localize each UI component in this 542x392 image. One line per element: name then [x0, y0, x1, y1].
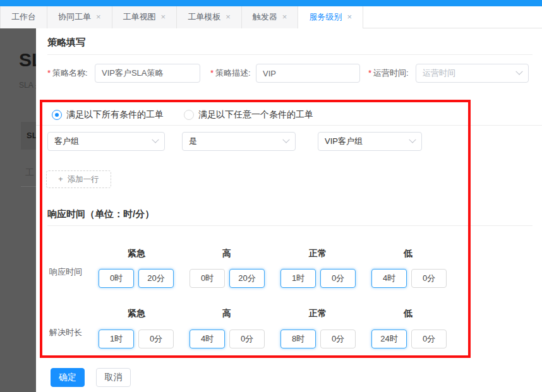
- chevron-down-icon: [152, 136, 159, 143]
- response-high-min-input[interactable]: [229, 269, 265, 288]
- divider: [36, 125, 542, 126]
- response-normal-hour-input[interactable]: [280, 269, 316, 288]
- radio-any-condition[interactable]: [184, 110, 194, 120]
- resolve-urgent-hour-input[interactable]: [99, 330, 134, 348]
- divider: [47, 54, 533, 55]
- divider: [47, 225, 533, 226]
- tab-workbench[interactable]: 工作台: [0, 6, 47, 28]
- priority-header-normal: 正常: [292, 248, 343, 259]
- resolve-low-hour-input[interactable]: [371, 330, 407, 348]
- close-icon[interactable]: ×: [226, 12, 231, 21]
- tab-label: 工单模板: [188, 12, 220, 21]
- response-low-hour-input[interactable]: [371, 269, 407, 288]
- operating-time-select[interactable]: 运营时间: [416, 64, 529, 83]
- response-low-min-input[interactable]: [411, 269, 447, 288]
- add-row-label: 添加一行: [68, 174, 99, 185]
- background-page-title: SL: [19, 49, 36, 71]
- response-time-row-label: 响应时间: [49, 266, 82, 278]
- response-normal-min-input[interactable]: [320, 269, 356, 288]
- priority-header-high: 高: [202, 248, 252, 259]
- resolve-high-min-input[interactable]: [229, 330, 265, 348]
- priority-header-urgent: 紧急: [111, 308, 162, 319]
- sla-section-title: 响应时间（单位：时/分）: [47, 208, 154, 220]
- required-mark: *: [210, 68, 214, 78]
- panel-title: 策略填写: [47, 37, 85, 49]
- required-mark: *: [47, 68, 51, 78]
- response-urgent-min-input[interactable]: [138, 269, 174, 288]
- radio-all-conditions[interactable]: [52, 110, 62, 120]
- policy-name-label: *策略名称:: [47, 64, 88, 83]
- tab-trigger[interactable]: 触发器×: [242, 6, 299, 28]
- radio-any-label[interactable]: 满足以下任意一个条件的工单: [198, 109, 313, 121]
- background-tab-label: SL: [27, 131, 36, 140]
- close-icon[interactable]: ×: [347, 12, 352, 21]
- top-accent-bar: [0, 0, 542, 6]
- background-page-subtitle: SLA 是: [19, 80, 36, 91]
- priority-header-low: 低: [383, 308, 433, 319]
- tab-ticket-view[interactable]: 工单视图×: [112, 6, 178, 28]
- priority-header-normal: 正常: [292, 308, 343, 319]
- add-row-button[interactable]: + 添加一行: [46, 170, 111, 188]
- policy-desc-label: *策略描述:: [210, 64, 251, 83]
- priority-header-low: 低: [383, 248, 433, 259]
- chevron-down-icon: [282, 136, 289, 143]
- resolve-high-hour-input[interactable]: [190, 330, 225, 348]
- policy-name-input[interactable]: [95, 64, 200, 83]
- policy-desc-input[interactable]: [256, 64, 360, 83]
- condition-value-select[interactable]: VIP客户组: [318, 132, 422, 151]
- tab-label: 服务级别: [309, 12, 342, 21]
- resolve-time-row-label: 解决时长: [49, 327, 82, 338]
- app-root: 工作台 协同工单× 工单视图× 工单模板× 触发器× 服务级别× SL SLA …: [0, 0, 542, 392]
- plus-icon: +: [58, 175, 63, 184]
- confirm-button[interactable]: 确定: [51, 368, 85, 387]
- priority-header-urgent: 紧急: [111, 248, 162, 259]
- tab-ticket-template[interactable]: 工单模板×: [177, 6, 242, 28]
- resolve-low-min-input[interactable]: [411, 330, 447, 348]
- response-high-hour-input[interactable]: [190, 269, 225, 288]
- response-urgent-hour-input[interactable]: [99, 269, 134, 288]
- required-mark: *: [368, 68, 371, 78]
- cancel-button[interactable]: 取消: [96, 368, 131, 387]
- background-page-dimmed: SL SLA 是 SL 工: [0, 28, 36, 392]
- condition-field-select[interactable]: 客户组: [47, 132, 165, 151]
- chevron-down-icon: [515, 68, 522, 75]
- background-divider: [21, 186, 36, 187]
- sla-policy-panel: 策略填写 *策略名称: *策略描述: *运营时间: 运营时间 满足以下所有条件的…: [36, 28, 542, 392]
- tab-bar: 工作台 协同工单× 工单视图× 工单模板× 触发器× 服务级别×: [0, 6, 542, 28]
- resolve-normal-hour-input[interactable]: [280, 330, 316, 348]
- tab-label: 协同工单: [58, 12, 91, 21]
- operating-time-label: *运营时间:: [368, 64, 409, 83]
- background-page-tab: SL: [21, 122, 36, 150]
- condition-match-radios: 满足以下所有条件的工单 满足以下任意一个条件的工单: [52, 109, 313, 121]
- tab-label: 触发器: [253, 12, 277, 21]
- background-table-cell: 工: [25, 167, 34, 179]
- close-icon[interactable]: ×: [96, 12, 101, 21]
- select-placeholder: 运营时间: [423, 68, 517, 79]
- chevron-down-icon: [409, 136, 416, 143]
- resolve-urgent-min-input[interactable]: [138, 330, 174, 348]
- tab-collab-ticket[interactable]: 协同工单×: [47, 6, 112, 28]
- close-icon[interactable]: ×: [282, 12, 287, 21]
- tab-label: 工作台: [11, 12, 36, 21]
- resolve-normal-min-input[interactable]: [320, 330, 356, 348]
- tab-label: 工单视图: [123, 12, 156, 21]
- priority-header-high: 高: [202, 308, 252, 319]
- condition-operator-select[interactable]: 是: [182, 132, 296, 151]
- tab-service-level[interactable]: 服务级别×: [298, 6, 363, 29]
- radio-all-label[interactable]: 满足以下所有条件的工单: [66, 109, 164, 121]
- close-icon[interactable]: ×: [161, 12, 166, 21]
